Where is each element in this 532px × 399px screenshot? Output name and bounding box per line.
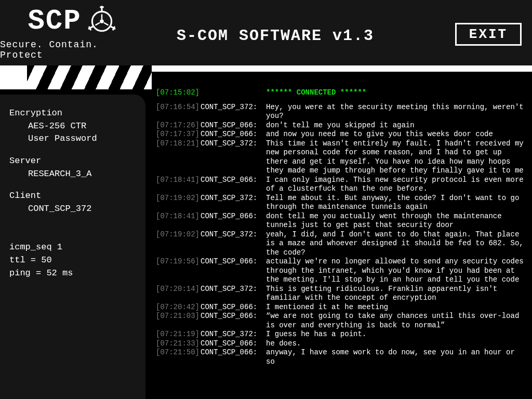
app-title: S-COM SOFTWARE v1.3 xyxy=(177,27,374,45)
log-sender: CONT_SCP_066: xyxy=(201,348,266,357)
log-message: anyway, I have some work to do now, see … xyxy=(266,348,526,366)
log-message: This is getting ridiculous. Franklin app… xyxy=(266,285,526,303)
hazard-stripes-icon xyxy=(27,65,152,89)
chat-log: [07:15:02]****** CONNECTED ******[07:16:… xyxy=(156,88,526,395)
log-line: [07:18:41]CONT_SCP_066:I can only imagin… xyxy=(156,176,526,194)
log-message: I mentioned it at he meeting xyxy=(266,303,526,312)
log-sender: CONT_SCP_066: xyxy=(201,257,266,267)
log-message: and now you need me to give you this wee… xyxy=(266,130,526,139)
logo-tagline: Secure. Contain. Protect xyxy=(0,39,145,60)
log-timestamp: [07:21:50] xyxy=(156,348,201,357)
net-ping: ping = 52 ms xyxy=(9,267,136,280)
log-sender: CONT_SCP_066: xyxy=(201,176,266,185)
log-sender: CONT_SCP_066: xyxy=(201,312,266,321)
log-line: [07:19:56]CONT_SCP_066:actually we're no… xyxy=(156,257,526,285)
log-line: [07:17:26]CONT_SCP_066:don't tell me you… xyxy=(156,121,526,130)
log-connected-line: [07:15:02]****** CONNECTED ****** xyxy=(156,88,526,98)
log-sender: CONT_SCP_066: xyxy=(201,339,266,349)
log-sender: CONT_SCP_372: xyxy=(201,230,266,240)
header-bar: SCP Secure. Contain. Prot xyxy=(0,0,532,65)
log-timestamp: [07:16:54] xyxy=(156,103,201,112)
log-message: This time it wasn't entirely my fault. I… xyxy=(266,139,526,176)
log-line: [07:16:54]CONT_SCP_372:Hey, you were at … xyxy=(156,103,526,121)
encryption-label: Encryption xyxy=(9,107,136,120)
log-message: “we are not going to take any chances un… xyxy=(266,312,526,330)
log-line: [07:20:42]CONT_SCP_066:I mentioned it at… xyxy=(156,303,526,312)
log-timestamp: [07:19:56] xyxy=(156,257,201,267)
log-sender: CONT_SCP_372: xyxy=(201,285,266,294)
log-timestamp: [07:18:21] xyxy=(156,139,201,149)
scp-logo-icon xyxy=(86,5,118,37)
log-message: dont tell me you actually went through t… xyxy=(266,212,526,230)
client-label: Client xyxy=(9,190,136,203)
server-value: RESEARCH_3_A xyxy=(9,168,136,181)
log-timestamp: [07:17:26] xyxy=(156,121,201,130)
log-timestamp: [07:20:14] xyxy=(156,285,201,294)
logo-text: SCP xyxy=(28,7,81,35)
log-message: Hey, you were at the security meeting th… xyxy=(266,103,526,121)
log-message: I guess he has a point. xyxy=(266,330,526,339)
log-message: he does. xyxy=(266,339,526,349)
log-sender: CONT_SCP_372: xyxy=(201,103,266,112)
log-line: [07:18:41]CONT_SCP_066:dont tell me you … xyxy=(156,212,526,230)
log-timestamp: [07:19:02] xyxy=(156,194,201,203)
log-timestamp: [07:20:42] xyxy=(156,303,201,312)
log-message: yeah, I did, and I don't want to do that… xyxy=(266,230,526,258)
log-line: [07:20:14]CONT_SCP_372:This is getting r… xyxy=(156,285,526,303)
log-timestamp: [07:18:41] xyxy=(156,176,201,185)
encryption-cipher: AES-256 CTR xyxy=(9,120,136,133)
log-line: [07:18:21]CONT_SCP_372:This time it wasn… xyxy=(156,139,526,176)
log-message: actually we're no longer allowed to send… xyxy=(266,257,526,285)
sidebar: Encryption AES-256 CTR User Password Ser… xyxy=(0,95,145,399)
server-label: Server xyxy=(9,155,136,168)
log-line: [07:17:37]CONT_SCP_066:and now you need … xyxy=(156,130,526,139)
svg-line-4 xyxy=(103,22,108,25)
log-message: I can only imagine. This new security pr… xyxy=(266,176,526,194)
exit-button[interactable]: EXIT xyxy=(455,23,522,46)
log-sender: CONT_SCP_372: xyxy=(201,139,266,149)
log-sender: CONT_SCP_372: xyxy=(201,330,266,339)
net-ttl: ttl = 50 xyxy=(9,254,136,267)
client-value: CONT_SCP_372 xyxy=(9,203,136,216)
content-bg-corner xyxy=(152,72,532,89)
log-message: ****** CONNECTED ****** xyxy=(266,88,526,98)
logo-panel: SCP Secure. Contain. Prot xyxy=(0,0,145,65)
log-timestamp: [07:17:37] xyxy=(156,130,201,139)
log-line: [07:21:50]CONT_SCP_066:anyway, I have so… xyxy=(156,348,526,366)
log-timestamp: [07:21:19] xyxy=(156,330,201,339)
log-sender: CONT_SCP_066: xyxy=(201,130,266,139)
log-sender: CONT_SCP_066: xyxy=(201,303,266,312)
log-line: [07:19:02]CONT_SCP_372:Tell me about it.… xyxy=(156,194,526,212)
log-line: [07:19:02]CONT_SCP_372:yeah, I did, and … xyxy=(156,230,526,258)
log-timestamp: [07:19:02] xyxy=(156,230,201,240)
log-line: [07:21:33]CONT_SCP_066:he does. xyxy=(156,339,526,349)
log-message: don't tell me you skipped it again xyxy=(266,121,526,130)
net-seq: icmp_seq 1 xyxy=(9,241,136,254)
svg-line-3 xyxy=(95,22,100,25)
log-timestamp: [07:21:03] xyxy=(156,312,201,321)
log-line: [07:21:19]CONT_SCP_372:I guess he has a … xyxy=(156,330,526,339)
log-sender: CONT_SCP_372: xyxy=(201,194,266,203)
encryption-key: User Password xyxy=(9,132,136,145)
log-sender: CONT_SCP_066: xyxy=(201,121,266,130)
log-timestamp: [07:21:33] xyxy=(156,339,201,349)
svg-point-1 xyxy=(100,19,103,23)
log-timestamp: [07:18:41] xyxy=(156,212,201,221)
log-timestamp: [07:15:02] xyxy=(156,88,201,98)
log-line: [07:21:03]CONT_SCP_066:“we are not going… xyxy=(156,312,526,330)
log-message: Tell me about it. But anyway, the code? … xyxy=(266,194,526,212)
log-sender: CONT_SCP_066: xyxy=(201,212,266,221)
